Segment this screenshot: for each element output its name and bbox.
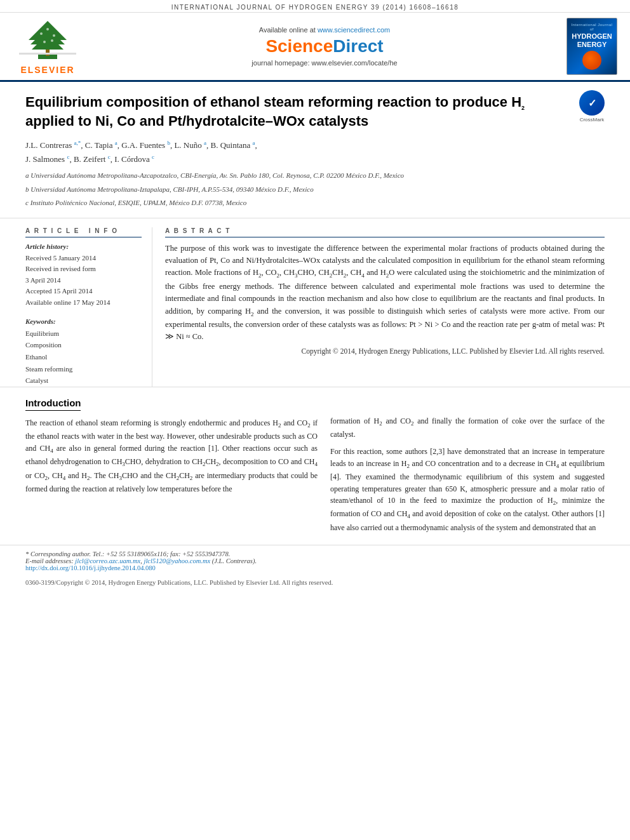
keyword-ethanol: Ethanol: [25, 351, 142, 363]
doi-url[interactable]: http://dx.doi.org/10.1016/j.ijhydene.201…: [25, 564, 156, 571]
keyword-steam-reforming: Steam reforming: [25, 363, 142, 375]
elsevier-logo: ELSEVIER: [19, 18, 76, 75]
svg-point-7: [46, 28, 49, 30]
svg-point-5: [40, 32, 43, 35]
received-date: Received 5 January 2014: [25, 253, 142, 264]
introduction-heading: Introduction: [25, 397, 81, 411]
footer-copyright: 0360-3199/Copyright © 2014, Hydrogen Ene…: [25, 579, 333, 586]
revised-date: 3 April 2014: [25, 275, 142, 286]
authors-line: J.L. Contreras a,*, C. Tapia a, G.A. Fue…: [25, 138, 605, 166]
body-content-section: Introduction The reaction of ethanol ste…: [0, 387, 630, 545]
elsevier-logo-section: ELSEVIER: [6, 18, 89, 75]
svg-point-6: [53, 34, 55, 37]
footer-bottom: 0360-3199/Copyright © 2014, Hydrogen Ene…: [0, 577, 630, 589]
email-label: E-mail addresses:: [25, 557, 74, 564]
elsevier-wordmark: ELSEVIER: [20, 65, 74, 75]
email-line: E-mail addresses: jlcl@correo.azc.uam.mx…: [25, 557, 605, 564]
banner-text: International Journal of Hydrogen Energy…: [171, 4, 459, 11]
corresponding-author-note: * Corresponding author. Tel.: +52 55 531…: [25, 550, 605, 557]
sciencedirect-url[interactable]: www.sciencedirect.com: [318, 26, 390, 34]
svg-point-8: [43, 41, 46, 43]
affiliation-b: b Universidad Autónoma Metropolitana-Izt…: [25, 184, 605, 196]
footer-section: * Corresponding author. Tel.: +52 55 531…: [0, 545, 630, 577]
cover-decorative-circle: [582, 51, 601, 70]
article-history-title: Article history:: [25, 243, 142, 250]
journal-header-center: Available online at www.sciencedirect.co…: [95, 18, 554, 75]
abstract-heading: A B S T R A C T: [165, 227, 605, 237]
article-info-abstract-section: A R T I C L E I N F O Article history: R…: [0, 218, 630, 387]
email-link-2[interactable]: jlcl5120@yahoo.com.mx: [144, 557, 210, 564]
article-info-column: A R T I C L E I N F O Article history: R…: [25, 227, 152, 387]
keyword-equilibrium: Equilibrium: [25, 328, 142, 340]
available-online-date: Available online 17 May 2014: [25, 297, 142, 309]
abstract-body: The purpose of this work was to investig…: [165, 243, 605, 343]
journal-cover-image: International Journal of HYDROGEN ENERGY: [566, 18, 617, 75]
keywords-title: Keywords:: [25, 317, 142, 325]
abstract-column: A B S T R A C T The purpose of this work…: [165, 227, 605, 387]
keywords-section: Keywords: Equilibrium Composition Ethano…: [25, 317, 142, 387]
doi-link: http://dx.doi.org/10.1016/j.ijhydene.201…: [25, 564, 605, 571]
keyword-composition: Composition: [25, 339, 142, 351]
affiliation-a: a Universidad Autónoma Metropolitana-Azc…: [25, 170, 605, 182]
svg-rect-10: [19, 53, 76, 55]
cover-line3: ENERGY: [577, 41, 607, 48]
body-left-column: Introduction The reaction of ethanol ste…: [25, 397, 318, 538]
journal-banner: International Journal of Hydrogen Energy…: [0, 0, 630, 13]
body-left-text: The reaction of ethanol steam reforming …: [25, 417, 318, 495]
email-link-1[interactable]: jlcl@correo.azc.uam.mx: [75, 557, 140, 564]
journal-cover-section: International Journal of HYDROGEN ENERGY: [560, 18, 624, 75]
svg-point-9: [51, 39, 53, 42]
journal-homepage-link: journal homepage: www.elsevier.com/locat…: [251, 59, 397, 67]
elsevier-tree-icon: [19, 18, 76, 62]
cover-line1: International Journal of: [570, 23, 614, 33]
title-section: ✓ CrossMark Equilibrium composition of e…: [0, 82, 630, 218]
cover-line2: HYDROGEN: [572, 32, 612, 41]
keyword-catalyst: Catalyst: [25, 375, 142, 387]
email-suffix: (J.L. Contreras).: [212, 557, 257, 564]
accepted-date: Accepted 15 April 2014: [25, 286, 142, 297]
article-title: Equilibrium composition of ethanol steam…: [25, 93, 605, 131]
affiliation-c: c Instituto Politécnico Nacional, ESIQIE…: [25, 197, 605, 209]
body-right-text: formation of H2 and CO2 and finally the …: [330, 415, 605, 533]
article-info-heading: A R T I C L E I N F O: [25, 227, 142, 237]
revised-label: Received in revised form: [25, 263, 142, 275]
sciencedirect-logo: ScienceDirect: [265, 36, 383, 57]
crossmark-label: CrossMark: [579, 117, 605, 123]
header-section: ELSEVIER Available online at www.science…: [0, 13, 630, 82]
crossmark-icon: ✓: [579, 90, 605, 116]
crossmark-badge: ✓ CrossMark: [579, 90, 605, 123]
body-right-column: formation of H2 and CO2 and finally the …: [330, 397, 605, 538]
abstract-copyright: Copyright © 2014, Hydrogen Energy Public…: [165, 347, 605, 355]
available-online-text: Available online at www.sciencedirect.co…: [259, 26, 390, 34]
